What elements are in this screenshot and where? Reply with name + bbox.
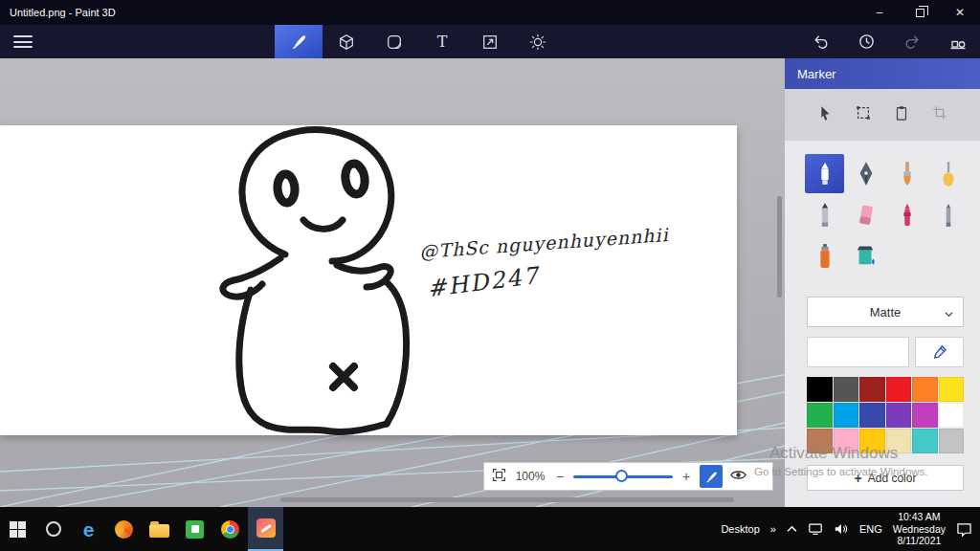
- color-swatch[interactable]: [807, 377, 833, 402]
- color-swatch[interactable]: [886, 377, 912, 402]
- undo-button[interactable]: [810, 32, 831, 53]
- zoom-slider[interactable]: [573, 470, 673, 483]
- clock[interactable]: 10:43 AM Wednesday 8/11/2021: [893, 511, 946, 547]
- brush-pencil[interactable]: [805, 195, 844, 234]
- tool-tabs: T: [275, 25, 562, 58]
- tab-canvas[interactable]: [466, 25, 514, 58]
- cortana-button[interactable]: [35, 507, 71, 551]
- color-swatch[interactable]: [912, 403, 938, 428]
- view-button[interactable]: [729, 466, 747, 488]
- ghost-doodle: [0, 125, 737, 435]
- brush-crayon[interactable]: [887, 195, 926, 234]
- toolbar-chevrons[interactable]: »: [770, 523, 776, 535]
- redo-button[interactable]: [902, 32, 923, 53]
- canvas-icon: [481, 33, 499, 51]
- paste-button[interactable]: [893, 104, 910, 125]
- color-swatch[interactable]: [859, 403, 885, 428]
- brushes-panel: Marker: [785, 58, 980, 507]
- color-swatch[interactable]: [834, 377, 859, 402]
- tab-3d-shapes[interactable]: [323, 25, 370, 58]
- add-color-button[interactable]: + Add color: [807, 465, 964, 491]
- color-swatch[interactable]: [807, 403, 833, 428]
- color-swatch[interactable]: [807, 429, 833, 453]
- color-swatch[interactable]: [886, 429, 912, 453]
- tab-brushes[interactable]: [275, 25, 323, 58]
- title-bar: Untitled.png - Paint 3D – ✕: [0, 0, 980, 25]
- language-indicator[interactable]: ENG: [859, 523, 882, 535]
- window-title: Untitled.png - Paint 3D: [0, 7, 859, 18]
- color-swatch[interactable]: [834, 403, 859, 428]
- color-swatch[interactable]: [886, 403, 912, 428]
- eyedropper-icon: [931, 343, 948, 361]
- brush-pixel-pen[interactable]: [928, 195, 968, 234]
- paint3d-taskbar-button[interactable]: [248, 507, 283, 551]
- zoom-slider-thumb[interactable]: [615, 470, 628, 482]
- start-button[interactable]: [0, 507, 35, 551]
- tab-effects[interactable]: [514, 25, 562, 58]
- brush-spray-can[interactable]: [805, 236, 844, 276]
- brush-eraser[interactable]: [846, 195, 885, 234]
- pixel-pen-icon: [938, 201, 959, 230]
- sticker-icon: [386, 33, 403, 51]
- select-cursor-button[interactable]: [816, 104, 834, 125]
- zoom-in-button[interactable]: +: [679, 469, 693, 484]
- crop-icon: [931, 104, 948, 121]
- color-swatch[interactable]: [939, 403, 965, 428]
- chevron-down-icon: [945, 310, 953, 319]
- menu-button[interactable]: [13, 33, 33, 50]
- brush-watercolor[interactable]: [928, 154, 968, 193]
- color-swatch[interactable]: [939, 429, 965, 453]
- drawing-canvas[interactable]: @ThSc nguyenhuyennhii #HD247: [0, 125, 737, 435]
- vertical-scrollbar[interactable]: [777, 196, 782, 298]
- tab-stickers[interactable]: [370, 25, 418, 58]
- hidden-icons-caret[interactable]: [787, 525, 797, 533]
- panel-header: Marker: [785, 58, 980, 89]
- orange-app-button[interactable]: [106, 507, 142, 551]
- edge-button[interactable]: e: [71, 507, 106, 551]
- zoom-out-button[interactable]: −: [553, 469, 567, 484]
- color-swatch[interactable]: [912, 429, 938, 453]
- finish-dropdown[interactable]: Matte: [807, 297, 964, 327]
- desktop-toolbar-label[interactable]: Desktop: [721, 523, 759, 535]
- tab-text[interactable]: T: [418, 25, 466, 58]
- crop-button[interactable]: [931, 104, 948, 125]
- clipboard-icon: [893, 104, 910, 121]
- current-color-well[interactable]: [807, 337, 909, 367]
- network-icon[interactable]: [808, 522, 823, 536]
- eyedropper-button[interactable]: [915, 337, 964, 367]
- color-swatch[interactable]: [939, 377, 965, 402]
- tray-weekday: Wednesday: [893, 523, 946, 536]
- brush-marker[interactable]: [805, 154, 844, 193]
- marquee-select-button[interactable]: [855, 104, 872, 125]
- horizontal-scrollbar[interactable]: [280, 497, 734, 502]
- edge-icon: e: [83, 519, 95, 540]
- draw-mode-button[interactable]: [700, 465, 723, 488]
- windows-logo-icon: [10, 521, 26, 538]
- chrome-button[interactable]: [212, 507, 248, 551]
- color-swatch[interactable]: [834, 429, 859, 453]
- eye-icon: [729, 466, 747, 484]
- close-button[interactable]: ✕: [940, 0, 980, 25]
- zoom-level: 100%: [514, 470, 546, 483]
- fit-to-window-button[interactable]: [491, 467, 507, 487]
- file-explorer-button[interactable]: [142, 507, 177, 551]
- fill-bucket-icon: [855, 242, 878, 271]
- restore-button[interactable]: [900, 0, 940, 25]
- brush-oil-brush[interactable]: [887, 154, 926, 193]
- brush-fill[interactable]: [846, 236, 885, 276]
- color-swatch[interactable]: [859, 377, 885, 402]
- tray-date: 8/11/2021: [893, 535, 946, 547]
- brush-calligraphy-pen[interactable]: [846, 154, 885, 193]
- brush-icon: [290, 33, 308, 51]
- history-button[interactable]: [856, 32, 877, 53]
- color-swatch[interactable]: [912, 377, 938, 402]
- brush-grid: [805, 154, 968, 276]
- 3d-library-button[interactable]: [947, 32, 969, 53]
- color-swatch[interactable]: [859, 429, 885, 453]
- green-app-button[interactable]: [177, 507, 212, 551]
- volume-icon[interactable]: [834, 522, 849, 536]
- restore-icon: [916, 9, 924, 17]
- cursor-icon: [816, 104, 834, 121]
- action-center-icon[interactable]: [956, 522, 972, 537]
- minimize-button[interactable]: –: [859, 0, 900, 25]
